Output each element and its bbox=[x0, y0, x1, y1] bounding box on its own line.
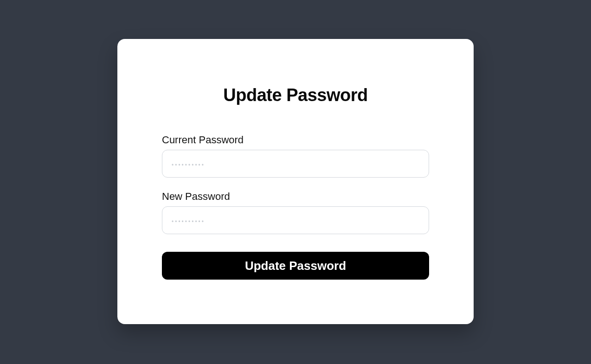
current-password-input[interactable] bbox=[162, 150, 429, 178]
new-password-input[interactable] bbox=[162, 206, 429, 234]
card-title: Update Password bbox=[162, 85, 429, 105]
new-password-label: New Password bbox=[162, 191, 429, 203]
update-password-button[interactable]: Update Password bbox=[162, 252, 429, 280]
current-password-label: Current Password bbox=[162, 134, 429, 146]
update-password-card: Update Password Current Password New Pas… bbox=[117, 39, 474, 324]
current-password-group: Current Password bbox=[162, 134, 429, 178]
new-password-group: New Password bbox=[162, 191, 429, 234]
